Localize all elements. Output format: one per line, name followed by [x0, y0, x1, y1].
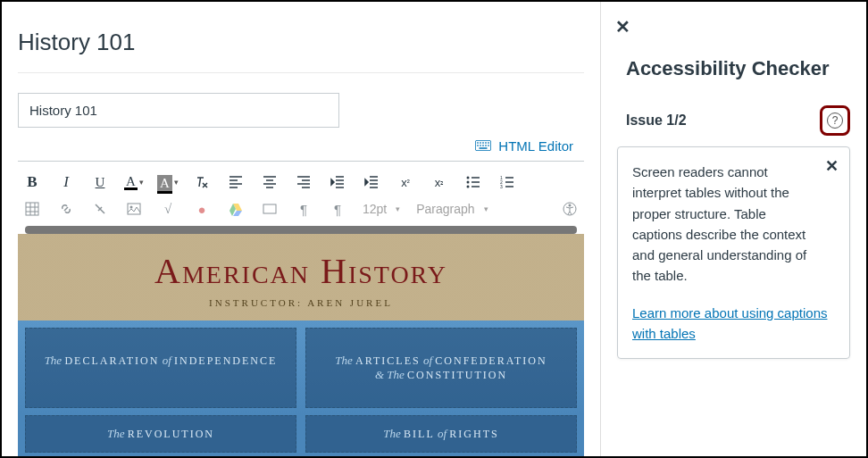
svg-point-14 — [467, 186, 470, 188]
image-button[interactable] — [125, 200, 143, 218]
drive-icon[interactable] — [227, 200, 245, 218]
issue-counter: Issue 1/2 — [626, 112, 687, 129]
underline-button[interactable]: U — [91, 173, 109, 191]
subscript-button[interactable]: x₂ — [430, 173, 448, 191]
align-right-button[interactable] — [295, 173, 313, 191]
align-left-button[interactable] — [227, 173, 245, 191]
svg-point-20 — [130, 206, 133, 209]
svg-rect-7 — [480, 145, 482, 146]
svg-rect-4 — [486, 142, 488, 144]
editor-toolbar: B I U A▾ A▾ x² x₂ 123 √ — [18, 161, 584, 234]
html-editor-link[interactable]: HTML Editor — [475, 138, 573, 154]
svg-rect-5 — [488, 142, 490, 144]
course-banner: American History INSTRUCTOR: AREN JUREL — [18, 234, 584, 321]
svg-rect-2 — [480, 142, 482, 144]
horizontal-scrollbar[interactable] — [25, 226, 577, 234]
tile-declaration[interactable]: The DECLARATION of INDEPENDENCE — [25, 328, 296, 408]
accessibility-panel: ✕ Accessibility Checker Issue 1/2 ? ✕ Sc… — [600, 2, 866, 456]
svg-rect-11 — [480, 147, 488, 149]
issue-description: Screen readers cannot interpret tables w… — [632, 162, 835, 287]
link-button[interactable] — [57, 200, 75, 218]
panel-title: Accessibility Checker — [626, 57, 852, 80]
svg-point-13 — [467, 181, 470, 184]
unlink-button[interactable] — [91, 200, 109, 218]
svg-point-23 — [569, 204, 572, 207]
paragraph-select[interactable]: Paragraph▾ — [416, 202, 488, 216]
svg-rect-3 — [483, 142, 485, 144]
outdent-button[interactable] — [329, 173, 346, 191]
italic-button[interactable]: I — [57, 173, 75, 191]
superscript-button[interactable]: x² — [396, 173, 414, 191]
ltr-button[interactable]: ¶ — [295, 200, 313, 218]
svg-rect-8 — [483, 145, 485, 146]
html-editor-label: HTML Editor — [498, 138, 573, 154]
number-list-button[interactable]: 123 — [498, 173, 516, 191]
help-icon: ? — [827, 112, 843, 129]
embed-button[interactable] — [261, 200, 279, 218]
text-color-button[interactable]: A▾ — [125, 173, 143, 191]
clear-format-button[interactable] — [193, 173, 211, 191]
banner-title: American History — [18, 250, 584, 292]
svg-rect-9 — [486, 145, 488, 146]
tile-bill-rights[interactable]: The BILL of RIGHTS — [305, 415, 577, 453]
close-card-button[interactable]: ✕ — [825, 156, 839, 176]
instructor-line: INSTRUCTOR: AREN JUREL — [18, 297, 584, 308]
learn-more-link[interactable]: Learn more about using captions with tab… — [632, 305, 827, 341]
svg-rect-18 — [26, 203, 38, 215]
record-button[interactable]: ● — [193, 200, 211, 218]
title-input[interactable] — [18, 93, 339, 128]
accessibility-button[interactable] — [561, 200, 579, 218]
close-panel-button[interactable]: ✕ — [615, 16, 630, 37]
rtl-button[interactable]: ¶ — [329, 200, 346, 218]
align-center-button[interactable] — [261, 173, 279, 191]
indent-button[interactable] — [363, 173, 380, 191]
issue-card: ✕ Screen readers cannot interpret tables… — [617, 146, 850, 359]
svg-point-12 — [467, 177, 470, 179]
svg-rect-21 — [263, 204, 276, 213]
help-button-highlight[interactable]: ? — [820, 105, 850, 136]
bold-button[interactable]: B — [23, 173, 41, 191]
tile-revolution[interactable]: The REVOLUTION — [25, 415, 296, 453]
equation-button[interactable]: √ — [159, 200, 177, 218]
bg-color-button[interactable]: A▾ — [159, 173, 177, 191]
bullet-list-button[interactable] — [464, 173, 482, 191]
svg-rect-6 — [478, 145, 480, 146]
page-title: History 101 — [18, 9, 584, 73]
font-size-select[interactable]: 12pt▾ — [363, 202, 400, 216]
tile-articles[interactable]: The ARTICLES of CONFEDERATION & The CONS… — [305, 328, 577, 408]
table-button[interactable] — [23, 200, 41, 218]
svg-rect-1 — [478, 142, 480, 144]
svg-text:3: 3 — [500, 184, 503, 189]
keyboard-icon — [475, 138, 491, 154]
editor-canvas[interactable]: American History INSTRUCTOR: AREN JUREL … — [18, 234, 584, 456]
svg-rect-10 — [488, 145, 490, 146]
